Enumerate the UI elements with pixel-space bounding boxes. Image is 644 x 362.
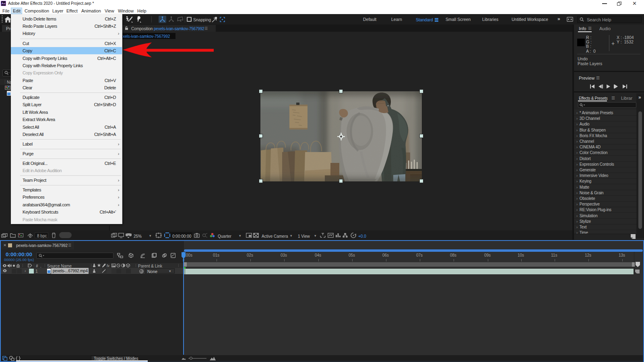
svg-text:fx: fx (107, 264, 110, 268)
